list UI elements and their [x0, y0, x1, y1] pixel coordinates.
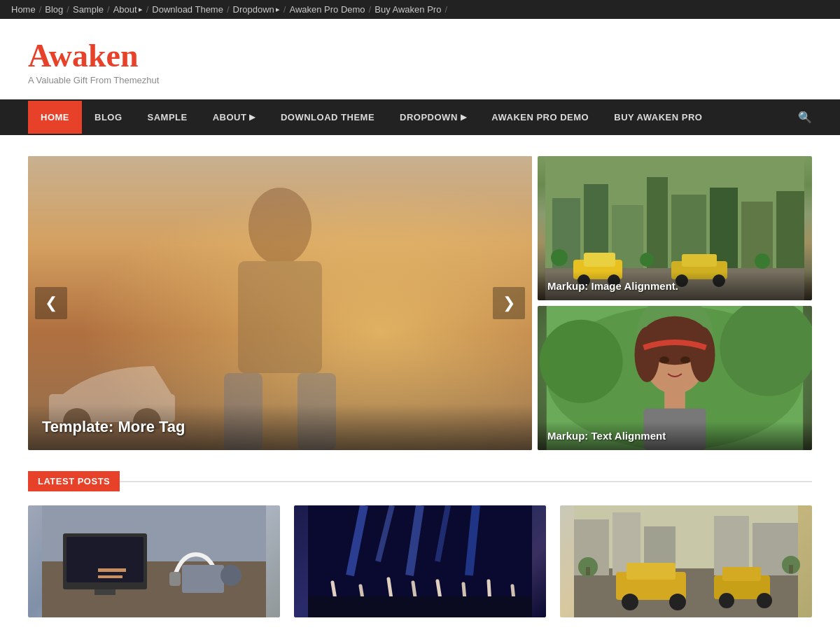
hero-side-item-2[interactable]: Markup: Text Alignment [538, 306, 812, 450]
sep1: / [39, 4, 42, 15]
dropdown-arrow-icon: ▸ [276, 5, 280, 14]
concert-image [294, 505, 546, 617]
sep3: / [107, 4, 110, 15]
sep5: / [227, 4, 230, 15]
svg-point-76 [622, 594, 638, 610]
about-nav-arrow-icon: ▶ [249, 113, 255, 122]
topbar-sample[interactable]: Sample [73, 4, 104, 15]
svg-point-36 [690, 327, 715, 382]
hero-main-overlay: Template: More Tag [28, 404, 532, 450]
site-tagline: A Valuable Gift From Themezhut [28, 75, 812, 85]
sep4: / [146, 4, 149, 15]
topbar-download[interactable]: Download Theme [152, 4, 223, 15]
about-arrow-icon: ▸ [139, 5, 143, 14]
section-divider [120, 481, 812, 482]
svg-point-25 [551, 249, 568, 266]
post-thumb-2 [294, 505, 546, 617]
hero-area: Template: More Tag ❮ ❯ [28, 156, 812, 450]
latest-posts-label: LATEST POSTS [28, 471, 120, 491]
post-item-2[interactable] [294, 505, 546, 617]
hero-side-caption-2: Markup: Text Alignment [538, 421, 812, 450]
topbar-buy[interactable]: Buy Awaken Pro [374, 4, 441, 15]
desk-svg [28, 505, 280, 617]
taxi-image [560, 505, 812, 617]
svg-point-77 [669, 594, 686, 610]
hero-slider: Template: More Tag ❮ ❯ [28, 156, 532, 450]
sep8: / [444, 4, 447, 15]
topbar-blog[interactable]: Blog [45, 4, 63, 15]
svg-point-38 [680, 356, 690, 363]
svg-rect-72 [714, 516, 749, 575]
svg-rect-83 [586, 567, 590, 575]
svg-point-26 [640, 253, 654, 267]
sep2: / [66, 4, 69, 15]
svg-rect-22 [682, 254, 717, 267]
topbar-about[interactable]: About [113, 4, 137, 15]
desk-image [28, 505, 280, 617]
svg-point-81 [757, 593, 772, 608]
svg-rect-50 [98, 568, 126, 572]
nav-awaken-demo[interactable]: AWAKEN PRO DEMO [479, 101, 601, 134]
topbar: Home / Blog / Sample / About ▸ / Downloa… [0, 0, 840, 19]
hero-side-caption-1: Markup: Image Alignment. [538, 272, 812, 300]
posts-grid [28, 505, 812, 617]
svg-rect-45 [94, 589, 115, 595]
svg-point-0 [248, 188, 312, 265]
hero-next-button[interactable]: ❯ [493, 287, 525, 319]
main-content: Template: More Tag ❮ ❯ [0, 135, 840, 630]
post-item-1[interactable] [28, 505, 280, 617]
main-nav: HOME BLOG SAMPLE ABOUT ▶ DOWNLOAD THEME … [0, 99, 840, 135]
svg-rect-75 [626, 563, 676, 580]
nav-dropdown[interactable]: DROPDOWN ▶ [387, 101, 479, 134]
post-thumb-1 [28, 505, 280, 617]
topbar-awaken-demo[interactable]: Awaken Pro Demo [289, 4, 365, 15]
svg-rect-48 [182, 565, 224, 593]
concert-svg [294, 505, 546, 617]
svg-rect-18 [584, 253, 615, 267]
svg-rect-79 [722, 567, 761, 581]
taxi-svg2 [560, 505, 812, 617]
hero-side-panel: Markup: Image Alignment. [538, 156, 812, 450]
site-header: Awaken A Valuable Gift From Themezhut [0, 19, 840, 99]
hero-main-image: Template: More Tag [28, 156, 532, 450]
sep7: / [369, 4, 372, 15]
post-item-3[interactable] [560, 505, 812, 617]
hero-side-item-1[interactable]: Markup: Image Alignment. [538, 156, 812, 300]
topbar-home[interactable]: Home [11, 4, 36, 15]
sep6: / [284, 4, 286, 15]
nav-sample[interactable]: SAMPLE [135, 101, 200, 134]
nav-download[interactable]: DOWNLOAD THEME [268, 101, 387, 134]
svg-point-30 [540, 320, 623, 403]
site-title[interactable]: Awaken [28, 40, 812, 72]
svg-point-27 [755, 253, 770, 269]
svg-point-49 [220, 565, 241, 586]
latest-posts-header: LATEST POSTS [28, 471, 812, 491]
search-icon[interactable]: 🔍 [798, 99, 812, 135]
nav-buy[interactable]: BUY AWAKEN PRO [601, 101, 715, 134]
hero-prev-button[interactable]: ❮ [35, 287, 67, 319]
topbar-dropdown[interactable]: Dropdown [233, 4, 274, 15]
svg-point-80 [719, 593, 734, 608]
dropdown-nav-arrow-icon: ▶ [461, 113, 467, 122]
svg-point-37 [659, 356, 669, 363]
svg-rect-1 [238, 261, 322, 373]
hero-main-caption: Template: More Tag [42, 418, 518, 436]
svg-rect-39 [664, 391, 685, 412]
post-thumb-3 [560, 505, 812, 617]
svg-rect-51 [98, 575, 122, 578]
nav-home[interactable]: HOME [28, 101, 82, 134]
svg-rect-46 [169, 572, 181, 586]
svg-rect-66 [308, 596, 532, 617]
nav-about[interactable]: ABOUT ▶ [200, 101, 268, 134]
nav-blog[interactable]: BLOG [82, 101, 135, 134]
svg-rect-85 [789, 565, 793, 573]
svg-point-35 [635, 327, 660, 382]
